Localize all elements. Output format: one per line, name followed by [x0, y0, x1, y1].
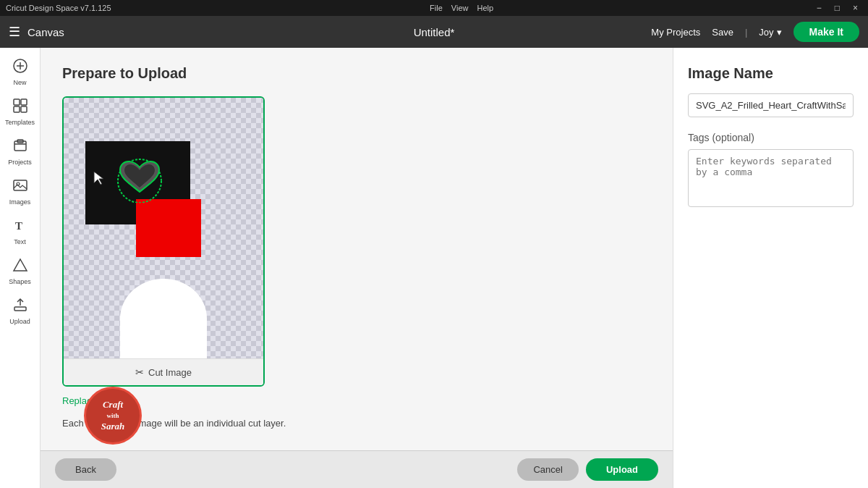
menu-view[interactable]: View [451, 4, 469, 12]
svg-rect-3 [14, 99, 20, 105]
bottom-bar: Back Cancel Upload [41, 450, 673, 488]
right-panel-title: Image Name [688, 65, 854, 82]
main-layout: New Templates Projects Images T Text [0, 48, 868, 488]
menu-file[interactable]: File [430, 4, 443, 12]
svg-marker-12 [14, 259, 27, 271]
nav-right: My Projects Save | Joy ▾ Make It [651, 22, 859, 42]
upload-icon [12, 297, 28, 316]
sidebar-projects-label: Projects [8, 159, 32, 166]
svg-rect-5 [14, 106, 20, 112]
sidebar-item-projects[interactable]: Projects [0, 133, 40, 170]
page-title: Prepare to Upload [62, 65, 651, 82]
hamburger-button[interactable]: ☰ [9, 24, 20, 40]
nav-divider: | [745, 27, 747, 38]
templates-icon [12, 98, 28, 117]
user-name: Joy [759, 27, 773, 38]
sidebar-images-label: Images [9, 198, 31, 206]
artwork-container [85, 141, 201, 264]
red-rect [136, 199, 201, 257]
window-controls: − □ × [812, 3, 862, 13]
save-button[interactable]: Save [712, 27, 733, 38]
sidebar-shapes-label: Shapes [9, 278, 31, 285]
tags-label: Tags (optional) [688, 132, 854, 143]
new-icon [12, 58, 28, 77]
svg-rect-6 [21, 106, 27, 112]
sidebar-item-shapes[interactable]: Shapes [0, 253, 40, 290]
project-title: Untitled* [414, 26, 455, 38]
svg-rect-4 [21, 99, 27, 105]
replace-image-link[interactable]: Replace Image [62, 395, 651, 406]
right-buttons: Cancel Upload [517, 458, 658, 481]
sidebar-item-images[interactable]: Images [0, 173, 40, 210]
svg-text:T: T [15, 220, 22, 232]
back-button[interactable]: Back [55, 458, 116, 481]
images-icon [12, 177, 28, 197]
scissors-icon: ✂ [135, 366, 144, 378]
sidebar: New Templates Projects Images T Text [0, 48, 41, 488]
cut-image-label: Cut Image [148, 367, 192, 378]
preview-area [64, 98, 263, 358]
sidebar-item-new[interactable]: New [0, 54, 40, 91]
close-btn[interactable]: × [848, 3, 862, 13]
cursor-icon [93, 170, 107, 188]
tags-textarea[interactable] [688, 149, 854, 207]
sidebar-upload-label: Upload [9, 318, 30, 325]
shapes-icon [12, 257, 28, 277]
menu-help[interactable]: Help [477, 4, 494, 12]
sidebar-item-upload[interactable]: Upload [0, 293, 40, 329]
svg-rect-9 [14, 180, 27, 190]
svg-rect-13 [14, 307, 26, 311]
heart-svg [114, 156, 165, 203]
cut-image-bar[interactable]: ✂ Cut Image [64, 358, 263, 385]
menu-bar: File View Help [430, 4, 493, 12]
image-preview-card: ✂ Cut Image [62, 96, 265, 387]
user-menu[interactable]: Joy ▾ [759, 27, 781, 38]
chevron-down-icon: ▾ [777, 27, 782, 38]
sidebar-text-label: Text [14, 238, 26, 245]
upload-button[interactable]: Upload [586, 458, 658, 481]
title-bar: Cricut Design Space v7.1.125 File View H… [0, 0, 868, 16]
transparency-blob [120, 279, 207, 358]
make-it-button[interactable]: Make It [793, 22, 859, 42]
sidebar-item-templates[interactable]: Templates [0, 93, 40, 130]
top-nav: ☰ Canvas Untitled* My Projects Save | Jo… [0, 16, 868, 48]
cancel-button[interactable]: Cancel [517, 458, 578, 481]
app-title: Cricut Design Space v7.1.125 [6, 4, 111, 12]
right-panel: Image Name Tags (optional) [673, 48, 868, 488]
sidebar-item-text[interactable]: T Text [0, 213, 40, 250]
sidebar-templates-label: Templates [5, 119, 35, 126]
maximize-btn[interactable]: □ [830, 3, 844, 13]
my-projects-link[interactable]: My Projects [651, 27, 700, 38]
projects-icon [12, 138, 28, 157]
logo-badge: Craft with Sarah [84, 387, 142, 445]
canvas-label: Canvas [27, 26, 64, 38]
content-area: Prepare to Upload [41, 48, 673, 488]
sidebar-new-label: New [13, 79, 26, 86]
text-icon: T [12, 217, 28, 237]
minimize-btn[interactable]: − [812, 3, 826, 13]
image-name-input[interactable] [688, 93, 854, 117]
